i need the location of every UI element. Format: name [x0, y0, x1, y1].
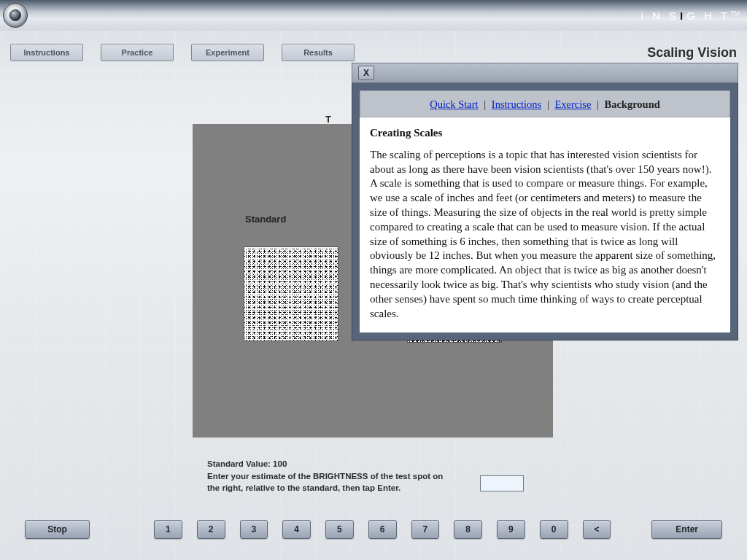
key-0[interactable]: 0 [540, 520, 568, 539]
help-panel-content: Creating Scales The scaling of perceptio… [360, 117, 730, 332]
top-bar: i N SIG H TTM [0, 0, 747, 31]
close-button[interactable]: X [358, 66, 374, 80]
key-7[interactable]: 7 [411, 520, 440, 539]
brand-tm: TM [730, 9, 740, 17]
standard-value-line: Standard Value: 100 [207, 458, 557, 470]
experiment-button[interactable]: Experiment [191, 44, 264, 61]
quick-start-link[interactable]: Quick Start [430, 98, 478, 110]
brand-logo: i N SIG H TTM [641, 9, 740, 22]
nav-row: Instructions Practice Experiment Results… [0, 41, 747, 64]
brand-dark-i: I [679, 9, 686, 22]
brand-post: G H T [686, 9, 730, 22]
eye-icon [3, 3, 28, 28]
standard-label: Standard [245, 214, 286, 225]
help-panel-titlebar: X [352, 63, 738, 83]
estimate-input[interactable] [480, 475, 524, 491]
results-button[interactable]: Results [282, 44, 355, 61]
key-8[interactable]: 8 [454, 520, 482, 539]
key-9[interactable]: 9 [497, 520, 525, 539]
help-heading: Creating Scales [370, 126, 720, 141]
key-2[interactable]: 2 [197, 520, 225, 539]
keypad-bar: Stop 1 2 3 4 5 6 7 8 9 0 < Enter [0, 515, 747, 544]
help-panel: X Quick Start | Instructions | Exercise … [352, 63, 738, 341]
key-1[interactable]: 1 [154, 520, 182, 539]
background-tab-active: Background [605, 98, 660, 110]
instructions-link[interactable]: Instructions [492, 98, 541, 110]
key-4[interactable]: 4 [282, 520, 311, 539]
standard-patch [244, 246, 338, 341]
practice-button[interactable]: Practice [101, 44, 174, 61]
key-5[interactable]: 5 [325, 520, 354, 539]
instructions-button[interactable]: Instructions [10, 44, 83, 61]
key-3[interactable]: 3 [240, 520, 268, 539]
exercise-link[interactable]: Exercise [554, 98, 591, 110]
key-backspace[interactable]: < [583, 520, 611, 539]
help-body-text: The scaling of perceptions is a topic th… [370, 148, 720, 322]
help-panel-nav: Quick Start | Instructions | Exercise | … [360, 90, 730, 117]
page-title: Scaling Vision [647, 45, 737, 61]
truncated-label: T [325, 114, 331, 125]
help-panel-body: Quick Start | Instructions | Exercise | … [352, 83, 738, 341]
brand-pre: i N S [641, 9, 680, 22]
enter-button[interactable]: Enter [651, 520, 722, 539]
stop-button[interactable]: Stop [25, 520, 90, 539]
key-6[interactable]: 6 [368, 520, 397, 539]
